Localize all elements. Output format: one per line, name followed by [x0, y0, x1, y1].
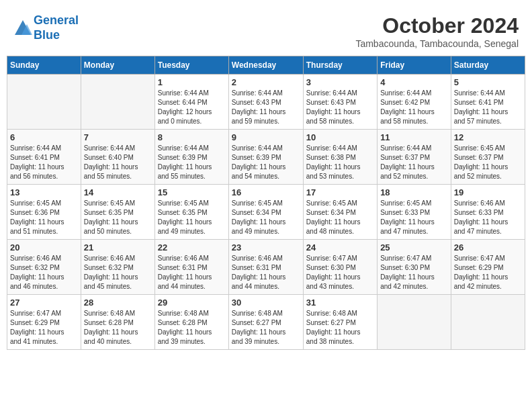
calendar-cell: 16Sunrise: 6:45 AM Sunset: 6:34 PM Dayli…: [228, 185, 303, 240]
weekday-header-saturday: Saturday: [451, 56, 525, 75]
day-number: 14: [84, 187, 152, 197]
calendar-cell: 18Sunrise: 6:45 AM Sunset: 6:33 PM Dayli…: [378, 185, 451, 240]
day-info: Sunrise: 6:44 AM Sunset: 6:43 PM Dayligh…: [306, 89, 374, 126]
calendar-cell: 10Sunrise: 6:44 AM Sunset: 6:38 PM Dayli…: [303, 130, 377, 185]
calendar-cell: 24Sunrise: 6:47 AM Sunset: 6:30 PM Dayli…: [303, 240, 377, 295]
day-number: 19: [454, 187, 522, 197]
day-info: Sunrise: 6:44 AM Sunset: 6:43 PM Dayligh…: [232, 89, 300, 126]
calendar-cell: [7, 75, 81, 130]
day-info: Sunrise: 6:45 AM Sunset: 6:37 PM Dayligh…: [454, 144, 522, 181]
weekday-header-wednesday: Wednesday: [228, 56, 303, 75]
day-number: 26: [454, 242, 522, 253]
calendar-cell: 27Sunrise: 6:47 AM Sunset: 6:29 PM Dayli…: [7, 295, 81, 350]
day-number: 24: [306, 242, 374, 253]
day-info: Sunrise: 6:45 AM Sunset: 6:34 PM Dayligh…: [232, 199, 300, 236]
calendar-cell: 12Sunrise: 6:45 AM Sunset: 6:37 PM Dayli…: [451, 130, 525, 185]
day-info: Sunrise: 6:47 AM Sunset: 6:29 PM Dayligh…: [454, 254, 522, 291]
calendar-cell: 28Sunrise: 6:48 AM Sunset: 6:28 PM Dayli…: [81, 295, 154, 350]
day-info: Sunrise: 6:46 AM Sunset: 6:32 PM Dayligh…: [84, 254, 152, 291]
logo: General Blue: [13, 13, 79, 42]
calendar-table: SundayMondayTuesdayWednesdayThursdayFrid…: [7, 56, 525, 350]
calendar-week-5: 27Sunrise: 6:47 AM Sunset: 6:29 PM Dayli…: [7, 295, 525, 350]
day-number: 28: [84, 298, 152, 308]
day-number: 3: [306, 77, 374, 87]
calendar-cell: 29Sunrise: 6:48 AM Sunset: 6:28 PM Dayli…: [154, 295, 228, 350]
day-info: Sunrise: 6:44 AM Sunset: 6:37 PM Dayligh…: [380, 144, 448, 181]
day-number: 31: [306, 298, 374, 308]
weekday-header-tuesday: Tuesday: [154, 56, 228, 75]
day-number: 1: [158, 77, 226, 87]
title-block: October 2024 Tambacounda, Tambacounda, S…: [355, 13, 519, 49]
calendar-cell: 9Sunrise: 6:44 AM Sunset: 6:39 PM Daylig…: [228, 130, 303, 185]
day-number: 10: [306, 132, 374, 142]
calendar-cell: 20Sunrise: 6:46 AM Sunset: 6:32 PM Dayli…: [7, 240, 81, 295]
day-info: Sunrise: 6:44 AM Sunset: 6:42 PM Dayligh…: [380, 89, 448, 126]
weekday-header-friday: Friday: [378, 56, 451, 75]
day-number: 29: [158, 298, 226, 308]
weekday-header-thursday: Thursday: [303, 56, 377, 75]
calendar-cell: 8Sunrise: 6:44 AM Sunset: 6:39 PM Daylig…: [154, 130, 228, 185]
day-number: 12: [454, 132, 522, 142]
day-number: 16: [232, 187, 300, 197]
day-info: Sunrise: 6:44 AM Sunset: 6:39 PM Dayligh…: [158, 144, 226, 181]
day-info: Sunrise: 6:44 AM Sunset: 6:40 PM Dayligh…: [84, 144, 152, 181]
calendar-cell: 31Sunrise: 6:48 AM Sunset: 6:27 PM Dayli…: [303, 295, 377, 350]
calendar-cell: 15Sunrise: 6:45 AM Sunset: 6:35 PM Dayli…: [154, 185, 228, 240]
day-info: Sunrise: 6:46 AM Sunset: 6:32 PM Dayligh…: [10, 254, 78, 291]
calendar-cell: 2Sunrise: 6:44 AM Sunset: 6:43 PM Daylig…: [228, 75, 303, 130]
day-number: 4: [380, 77, 448, 87]
calendar-week-4: 20Sunrise: 6:46 AM Sunset: 6:32 PM Dayli…: [7, 240, 525, 295]
day-number: 9: [232, 132, 300, 142]
day-info: Sunrise: 6:46 AM Sunset: 6:31 PM Dayligh…: [232, 254, 300, 291]
day-info: Sunrise: 6:47 AM Sunset: 6:29 PM Dayligh…: [10, 309, 78, 347]
logo-general: General: [34, 13, 79, 27]
weekday-header-monday: Monday: [81, 56, 154, 75]
day-info: Sunrise: 6:45 AM Sunset: 6:35 PM Dayligh…: [84, 199, 152, 236]
day-number: 22: [158, 242, 226, 253]
day-info: Sunrise: 6:46 AM Sunset: 6:33 PM Dayligh…: [454, 199, 522, 236]
day-info: Sunrise: 6:45 AM Sunset: 6:36 PM Dayligh…: [10, 199, 78, 236]
calendar-cell: 14Sunrise: 6:45 AM Sunset: 6:35 PM Dayli…: [81, 185, 154, 240]
calendar-cell: 6Sunrise: 6:44 AM Sunset: 6:41 PM Daylig…: [7, 130, 81, 185]
day-info: Sunrise: 6:44 AM Sunset: 6:41 PM Dayligh…: [454, 89, 522, 126]
calendar-cell: [451, 295, 525, 350]
day-info: Sunrise: 6:45 AM Sunset: 6:33 PM Dayligh…: [380, 199, 448, 236]
calendar-cell: 1Sunrise: 6:44 AM Sunset: 6:44 PM Daylig…: [154, 75, 228, 130]
calendar-week-3: 13Sunrise: 6:45 AM Sunset: 6:36 PM Dayli…: [7, 185, 525, 240]
calendar-cell: 25Sunrise: 6:47 AM Sunset: 6:30 PM Dayli…: [378, 240, 451, 295]
logo-icon: [13, 19, 32, 38]
day-number: 5: [454, 77, 522, 87]
calendar-cell: [378, 295, 451, 350]
day-info: Sunrise: 6:47 AM Sunset: 6:30 PM Dayligh…: [306, 254, 374, 291]
day-number: 11: [380, 132, 448, 142]
day-number: 6: [10, 132, 78, 142]
calendar-cell: 17Sunrise: 6:45 AM Sunset: 6:34 PM Dayli…: [303, 185, 377, 240]
weekday-header-sunday: Sunday: [7, 56, 81, 75]
day-info: Sunrise: 6:47 AM Sunset: 6:30 PM Dayligh…: [380, 254, 448, 291]
day-info: Sunrise: 6:48 AM Sunset: 6:27 PM Dayligh…: [306, 309, 374, 347]
day-number: 27: [10, 298, 78, 308]
day-info: Sunrise: 6:45 AM Sunset: 6:34 PM Dayligh…: [306, 199, 374, 236]
calendar-cell: 22Sunrise: 6:46 AM Sunset: 6:31 PM Dayli…: [154, 240, 228, 295]
day-number: 23: [232, 242, 300, 253]
calendar-cell: 4Sunrise: 6:44 AM Sunset: 6:42 PM Daylig…: [378, 75, 451, 130]
location-subtitle: Tambacounda, Tambacounda, Senegal: [355, 38, 519, 49]
calendar-header-row: SundayMondayTuesdayWednesdayThursdayFrid…: [7, 56, 525, 75]
day-number: 2: [232, 77, 300, 87]
day-info: Sunrise: 6:48 AM Sunset: 6:28 PM Dayligh…: [158, 309, 226, 347]
day-info: Sunrise: 6:48 AM Sunset: 6:28 PM Dayligh…: [84, 309, 152, 347]
calendar-cell: 19Sunrise: 6:46 AM Sunset: 6:33 PM Dayli…: [451, 185, 525, 240]
day-number: 8: [158, 132, 226, 142]
day-number: 20: [10, 242, 78, 253]
day-number: 21: [84, 242, 152, 253]
logo-text: General Blue: [34, 13, 79, 42]
day-info: Sunrise: 6:46 AM Sunset: 6:31 PM Dayligh…: [158, 254, 226, 291]
day-info: Sunrise: 6:48 AM Sunset: 6:27 PM Dayligh…: [232, 309, 300, 347]
calendar-cell: [81, 75, 154, 130]
day-number: 7: [84, 132, 152, 142]
calendar-cell: 26Sunrise: 6:47 AM Sunset: 6:29 PM Dayli…: [451, 240, 525, 295]
day-info: Sunrise: 6:44 AM Sunset: 6:44 PM Dayligh…: [158, 89, 226, 126]
page-header: General Blue October 2024 Tambacounda, T…: [7, 7, 525, 52]
calendar-cell: 11Sunrise: 6:44 AM Sunset: 6:37 PM Dayli…: [378, 130, 451, 185]
day-info: Sunrise: 6:44 AM Sunset: 6:38 PM Dayligh…: [306, 144, 374, 181]
